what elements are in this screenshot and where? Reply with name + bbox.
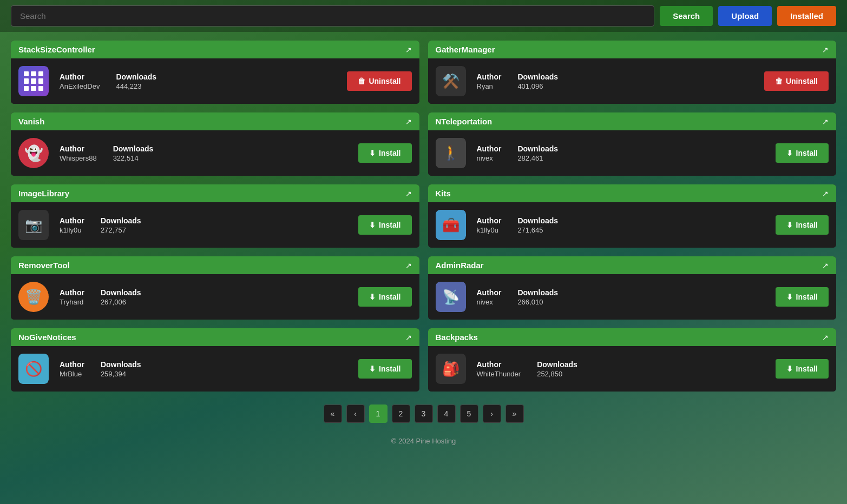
plugin-meta-kits: Author k1lly0u Downloads 271,645 ⬇ Insta… [477,215,829,235]
plugin-name-removertool: RemoverTool [18,261,70,270]
plugin-body-stacksizecontroller: Author AnExiledDev Downloads 444,223 🗑 U… [11,58,419,104]
plugin-card-adminradar: AdminRadar ↗ 📡 Author nivex Downloads 26… [428,256,837,320]
install-button-imagelibrary[interactable]: ⬇ Install [358,215,411,235]
author-section-stacksizecontroller: Author AnExiledDev [60,72,100,90]
external-link-icon-nogivnotices[interactable]: ↗ [405,333,412,342]
author-value-backpacks: WhiteThunder [477,370,521,378]
copyright-text: © 2024 Pine Hosting [391,437,456,445]
page-btn-5[interactable]: 4 [437,404,456,423]
pagination: «‹12345›» [11,404,836,423]
plugin-icon-gathermanager: ⚒️ [436,66,466,96]
plugin-body-gathermanager: ⚒️ Author Ryan Downloads 401,096 🗑 Unins… [428,58,837,104]
plugin-icon-stacksizecontroller [18,66,49,96]
author-value-gathermanager: Ryan [477,82,502,90]
author-value-kits: k1lly0u [477,226,502,234]
downloads-value-removertool: 267,006 [101,298,141,306]
author-value-stacksizecontroller: AnExiledDev [60,82,100,90]
external-link-icon-vanish[interactable]: ↗ [405,117,412,126]
downloads-section-stacksizecontroller: Downloads 444,223 [116,72,156,90]
author-section-vanish: Author Whispers88 [60,144,97,162]
plugin-meta-nogivnotices: Author MrBlue Downloads 259,394 ⬇ Instal… [60,359,412,379]
external-link-icon-gathermanager[interactable]: ↗ [822,45,829,54]
downloads-section-nteleportation: Downloads 282,461 [517,144,558,162]
plugin-icon-nogivnotices: 🚫 [18,354,49,384]
downloads-value-stacksizecontroller: 444,223 [116,82,156,90]
plugin-header-gathermanager: GatherManager ↗ [428,41,837,58]
author-value-vanish: Whispers88 [60,154,97,162]
plugin-card-kits: Kits ↗ 🧰 Author k1lly0u Downloads 271,64… [428,184,837,248]
plugin-card-vanish: Vanish ↗ 👻 Author Whispers88 Downloads 3… [11,112,419,176]
author-section-nteleportation: Author nivex [477,144,502,162]
uninstall-button-gathermanager[interactable]: 🗑 Uninstall [764,71,829,91]
plugin-meta-adminradar: Author nivex Downloads 266,010 ⬇ Install [477,287,829,307]
author-label-vanish: Author [60,144,97,153]
install-button-nogivnotices[interactable]: ⬇ Install [358,359,411,379]
downloads-label-imagelibrary: Downloads [101,216,141,225]
downloads-label-stacksizecontroller: Downloads [116,72,156,81]
author-value-imagelibrary: k1lly0u [60,226,84,234]
author-section-nogivnotices: Author MrBlue [60,360,84,378]
install-button-adminradar[interactable]: ⬇ Install [776,287,829,307]
downloads-section-gathermanager: Downloads 401,096 [517,72,558,90]
plugin-body-imagelibrary: 📷 Author k1lly0u Downloads 272,757 ⬇ Ins… [11,202,419,248]
external-link-icon-kits[interactable]: ↗ [822,189,829,198]
install-button-removertool[interactable]: ⬇ Install [358,287,411,307]
author-value-nogivnotices: MrBlue [60,370,84,378]
downloads-value-vanish: 322,514 [113,154,154,162]
install-button-nteleportation[interactable]: ⬇ Install [776,143,829,163]
upload-button[interactable]: Upload [718,6,772,26]
external-link-icon-nteleportation[interactable]: ↗ [822,117,829,126]
author-label-imagelibrary: Author [60,216,84,225]
search-button[interactable]: Search [660,6,713,26]
external-link-icon-backpacks[interactable]: ↗ [822,333,829,342]
install-label: Install [796,149,818,157]
external-link-icon-imagelibrary[interactable]: ↗ [405,189,412,198]
install-button-backpacks[interactable]: ⬇ Install [776,359,829,379]
plugin-name-imagelibrary: ImageLibrary [18,189,69,198]
plugin-meta-imagelibrary: Author k1lly0u Downloads 272,757 ⬇ Insta… [60,215,412,235]
plugin-icon-backpacks: 🎒 [436,354,466,384]
plugin-header-nteleportation: NTeleportation ↗ [428,112,837,130]
plugin-header-kits: Kits ↗ [428,184,837,202]
download-icon: ⬇ [786,293,793,301]
install-label: Install [379,293,400,301]
downloads-value-kits: 271,645 [517,226,558,234]
page-btn-7[interactable]: › [483,404,501,423]
page-btn-2[interactable]: 1 [369,404,388,423]
page-btn-3[interactable]: 2 [392,404,410,423]
download-icon: ⬇ [369,221,376,229]
external-link-icon-removertool[interactable]: ↗ [405,261,412,270]
search-input[interactable] [11,5,654,26]
installed-button[interactable]: Installed [777,6,836,26]
install-button-vanish[interactable]: ⬇ Install [358,143,411,163]
plugin-meta-backpacks: Author WhiteThunder Downloads 252,850 ⬇ … [477,359,829,379]
install-button-kits[interactable]: ⬇ Install [776,215,829,235]
uninstall-label: Uninstall [786,77,818,85]
plugin-icon-adminradar: 📡 [436,282,466,312]
page-btn-1[interactable]: ‹ [346,404,365,423]
author-section-backpacks: Author WhiteThunder [477,360,521,378]
downloads-value-nteleportation: 282,461 [517,154,558,162]
plugin-card-removertool: RemoverTool ↗ 🗑️ Author Tryhard Download… [11,256,419,320]
external-link-icon-adminradar[interactable]: ↗ [822,261,829,270]
page-btn-0[interactable]: « [324,404,342,423]
plugin-header-removertool: RemoverTool ↗ [11,256,419,274]
external-link-icon-stacksizecontroller[interactable]: ↗ [405,45,412,54]
author-section-gathermanager: Author Ryan [477,72,502,90]
downloads-label-nteleportation: Downloads [517,144,558,153]
plugin-header-backpacks: Backpacks ↗ [428,328,837,346]
author-label-kits: Author [477,216,502,225]
downloads-label-removertool: Downloads [101,288,141,297]
plugin-meta-nteleportation: Author nivex Downloads 282,461 ⬇ Install [477,143,829,163]
plugin-body-vanish: 👻 Author Whispers88 Downloads 322,514 ⬇ … [11,130,419,176]
page-btn-8[interactable]: » [505,404,524,423]
page-btn-6[interactable]: 5 [460,404,478,423]
page-btn-4[interactable]: 3 [415,404,433,423]
downloads-label-nogivnotices: Downloads [101,360,141,369]
trash-icon: 🗑 [358,77,365,85]
author-label-stacksizecontroller: Author [60,72,100,81]
downloads-value-adminradar: 266,010 [517,298,558,306]
plugin-card-stacksizecontroller: StackSizeController ↗ Author AnExiledDev… [11,41,419,104]
uninstall-label: Uninstall [369,77,400,85]
uninstall-button-stacksizecontroller[interactable]: 🗑 Uninstall [347,71,411,91]
